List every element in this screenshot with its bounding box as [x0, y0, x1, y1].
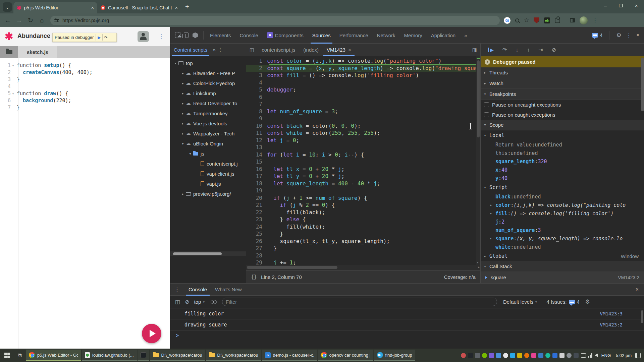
close-button[interactable]: × [629, 3, 644, 8]
scope-prop-this[interactable]: this: undefined [481, 149, 644, 157]
message-source-link[interactable]: VM1423:2 [600, 322, 644, 327]
tree-item-colorpick-eyedrop[interactable]: ▸☁ColorPick Eyedrop [170, 78, 246, 88]
address-bar[interactable]: https://editor.p5js.org [50, 16, 500, 25]
taskbar-item-3[interactable]: D:\_workspace\carou... [150, 350, 205, 361]
p5-menu-icon[interactable]: ⋮ [158, 33, 164, 40]
inspect-element-icon[interactable] [175, 33, 180, 38]
tree-item-react-developer-to[interactable]: ▸☁React Developer To [170, 98, 246, 108]
code-line-27[interactable]: 27 } [246, 245, 480, 252]
start-button[interactable] [0, 349, 14, 362]
issues-counter[interactable]: 4 Issues:4 [547, 299, 580, 305]
scope-prop-return-value[interactable]: Return value: undefined [481, 140, 644, 149]
drawer-close-icon[interactable]: × [636, 287, 644, 293]
minimize-button[interactable]: – [598, 3, 613, 8]
tab-close-icon[interactable]: × [348, 47, 351, 53]
tree-item-wappalyzer-tech[interactable]: ▸☁Wappalyzer - Tech [170, 128, 246, 138]
code-line-18[interactable]: 18 let square_length = 400 - 40 * j; [246, 180, 480, 187]
tray-mini-icon-11[interactable] [538, 353, 543, 358]
toast-resume-button[interactable]: ▶ [96, 34, 102, 41]
taskbar-item-5[interactable]: ‹›demo.js - carousell-c... [262, 350, 317, 361]
p5-code-line-7[interactable]: 7} [0, 104, 170, 111]
tray-mini-icon-13[interactable] [552, 353, 557, 358]
code-line-2[interactable]: 2const square = (x, y, square_length) =>… [246, 65, 480, 72]
code-line-15[interactable]: 15 [246, 158, 480, 166]
checkbox-icon[interactable] [484, 112, 489, 117]
code-line-9[interactable]: 9 [246, 115, 480, 122]
frame-location-link[interactable]: VM1423:2 [618, 275, 644, 280]
url-text[interactable]: https://editor.p5js.org [62, 17, 109, 23]
scope-prop-black[interactable]: black: undefined [481, 192, 644, 201]
console-sidebar-icon[interactable]: ◫ [175, 299, 180, 305]
settings-gear-icon[interactable]: ⚙ [616, 32, 621, 39]
p5-files-panel-button[interactable] [0, 46, 18, 58]
editor-hscrollbar[interactable]: ▸ [246, 265, 480, 270]
reload-button[interactable]: ↻ [25, 16, 36, 24]
navigator-more-tabs[interactable]: » [213, 47, 216, 53]
console-settings-icon[interactable]: ⚙ [585, 298, 590, 305]
section-local[interactable]: ▾Local [481, 130, 644, 140]
drawer-menu-icon[interactable]: ⋮ [174, 286, 180, 293]
navigator-hscrollbar[interactable] [170, 251, 246, 256]
code-line-23[interactable]: 23 } else { [246, 216, 480, 223]
p5-play-button[interactable] [142, 324, 161, 343]
extensions-puzzle-icon[interactable] [555, 18, 560, 23]
console-message-0[interactable]: filling colorVM1423:3 [170, 308, 644, 319]
new-tab-button[interactable]: + [185, 3, 189, 11]
console-message-1[interactable]: drawing squareVM1423:2 [170, 319, 644, 330]
code-line-10[interactable]: 10const black = color(0, 0, 0); [246, 122, 480, 130]
code-line-24[interactable]: 24 fill(white); [246, 223, 480, 231]
code-line-4[interactable]: 4 [246, 79, 480, 86]
step-into-icon[interactable]: ↓ [516, 47, 518, 53]
section-call-stack[interactable]: ▾Call Stack [481, 261, 644, 272]
code-line-25[interactable]: 25 } [246, 230, 480, 238]
taskbar-item-2[interactable] [138, 350, 149, 361]
tree-item-ublock-origin[interactable]: ▾☁uBlock Origin [170, 138, 246, 148]
section-threads[interactable]: ▸Threads [481, 67, 644, 78]
code-line-7[interactable]: 7 [246, 101, 480, 108]
devtools-tab-components[interactable]: Components [263, 27, 308, 44]
tray-mini-icon-12[interactable] [545, 353, 550, 358]
section-script[interactable]: ▾Script [481, 182, 644, 192]
code-line-16[interactable]: 16 let tl_x = 0 + 20 * j; [246, 166, 480, 173]
checkbox-icon[interactable] [484, 102, 489, 107]
network-icon[interactable] [588, 353, 592, 358]
devtools-tab-sources[interactable]: Sources [308, 27, 335, 44]
device-toolbar-icon[interactable] [184, 33, 189, 38]
tab-close-icon[interactable]: × [91, 5, 94, 10]
resume-script-icon[interactable]: ▶ [488, 48, 494, 52]
maximize-button[interactable]: ❐ [613, 3, 629, 8]
volume-icon[interactable] [595, 354, 598, 357]
tree-item-preview-p5js-org-[interactable]: ▸preview.p5js.org/ [170, 189, 246, 199]
code-line-28[interactable]: 28 [246, 252, 480, 259]
code-line-5[interactable]: 5debugger; [246, 86, 480, 94]
devtools-tab-application[interactable]: Application [427, 27, 460, 44]
tab-content-scripts[interactable]: Content scripts [170, 44, 211, 56]
step-icon[interactable]: ⇥ [538, 47, 543, 53]
ublock-devtools-icon[interactable] [193, 33, 198, 38]
ublock-extension-icon[interactable]: 1 [534, 17, 539, 23]
tree-item-bitwarden-free-p[interactable]: ▸☁Bitwarden - Free P [170, 68, 246, 78]
scope-prop-y[interactable]: y: 40 [481, 174, 644, 182]
forward-button[interactable]: → [13, 17, 25, 24]
tree-item-js[interactable]: ▾js [170, 148, 246, 159]
file-tab-vm1423[interactable]: VM1423× [323, 44, 355, 56]
deactivate-breakpoints-icon[interactable]: ⊘ [552, 47, 556, 53]
code-line-13[interactable]: 13 [246, 144, 480, 151]
tray-mini-icon-9[interactable] [524, 353, 529, 358]
section-scope[interactable]: ▾Scope [481, 120, 644, 130]
checkbox-pause-on-caught-exceptions[interactable]: Pause on caught exceptions [481, 110, 644, 120]
tray-mini-icon-8[interactable] [517, 353, 522, 358]
sidebar-scrollbar[interactable] [641, 58, 644, 111]
google-icon[interactable]: G [504, 17, 511, 24]
p5-tab-sketchjs[interactable]: sketch.js [18, 46, 57, 58]
step-out-icon[interactable]: ↑ [527, 47, 530, 53]
issues-icon[interactable] [592, 33, 598, 38]
drawer-tab-console[interactable]: Console [184, 284, 211, 296]
source-code-editor[interactable]: 1const color = (i,j,k) => console.log("p… [246, 56, 480, 265]
file-tab--index-[interactable]: (index) [299, 44, 323, 56]
callstack-frame-square[interactable]: squareVM1423:2 [481, 272, 644, 283]
scope-prop-num_of_square[interactable]: num_of_square: 3 [481, 226, 644, 234]
console-filter-input[interactable]: Filter [222, 298, 497, 306]
tray-mini-icon-16[interactable] [574, 353, 579, 358]
tab-search-button[interactable]: ⌄ [3, 2, 12, 12]
